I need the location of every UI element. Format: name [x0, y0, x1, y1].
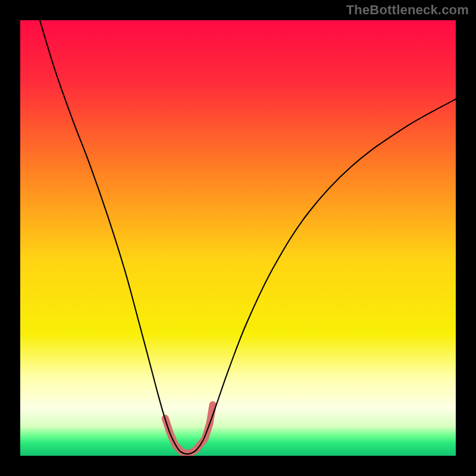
highlight-dots [165, 405, 213, 453]
watermark-text: TheBottleneck.com [346, 2, 469, 18]
chart-frame: TheBottleneck.com [0, 0, 476, 476]
plot-area [20, 20, 456, 456]
curve-layer [20, 20, 456, 456]
bottleneck-curve [40, 20, 456, 454]
